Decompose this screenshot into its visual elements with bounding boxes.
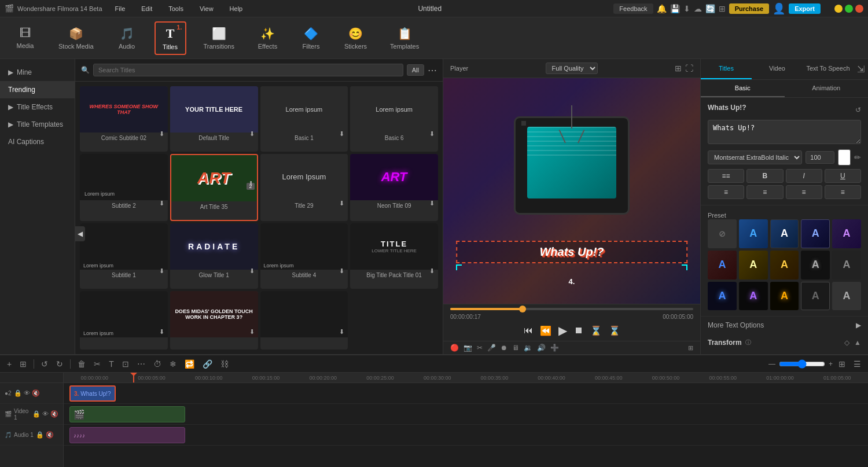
tl-add-track-btn[interactable]: + [5,358,14,370]
subtab-animation[interactable]: Animation [785,80,869,97]
tl-redo-btn[interactable]: ↻ [54,358,65,370]
title-card-art[interactable]: ART 2 ⬇ Art Title 35 [170,154,258,222]
tl-split-btn[interactable]: ✂ [91,358,103,370]
tool-effects[interactable]: ✨ Effects [252,23,284,53]
record2-icon[interactable]: ⏺ [501,344,507,352]
align-justify-btn[interactable]: ≡ [825,185,861,199]
tl-undo-btn[interactable]: ↺ [39,358,50,370]
title-card-neon[interactable]: ART ⬇ Neon Title 09 [350,154,438,222]
fullscreen-icon[interactable]: ⛶ [685,64,693,73]
preset-none[interactable]: ⊘ [708,219,737,248]
close-button[interactable] [855,5,863,13]
preset-11[interactable]: A [770,282,799,311]
transform-keyframe-icon[interactable]: ◇ [844,339,849,347]
title-clip[interactable]: 3. Whats Up!? [69,385,116,402]
preset-7[interactable]: A [801,251,830,280]
tl-eye2-icon[interactable]: 👁 [42,410,49,418]
collapse-panel-button[interactable]: ◀ [75,226,85,241]
menu-edit[interactable]: Edit [138,4,156,13]
sidebar-item-ai-captions[interactable]: AI Captions [0,133,75,150]
audio-clip[interactable]: ♪♪♪♪ [69,427,185,443]
zoom-minus-icon[interactable]: — [768,360,775,368]
cloud-icon[interactable]: ☁ [694,4,702,13]
tool-titles[interactable]: 1. T Titles [155,21,186,55]
more-text-options[interactable]: More Text Options ▶ [701,317,868,334]
cut-icon[interactable]: ✂ [477,344,483,352]
preset-9[interactable]: A [708,282,737,311]
update-icon[interactable]: 🔄 [705,4,715,13]
title-card-basic1[interactable]: Lorem ipsum ⬇ Basic 1 [260,86,348,152]
preset-4[interactable]: A [832,219,861,248]
align-left-btn[interactable]: ≡ [708,185,744,199]
title-card-subtitle2[interactable]: Lorem ipsum ⬇ Subtitle 2 [80,154,168,222]
panel-expand-icon[interactable]: ⇲ [854,59,868,79]
text-reset-icon[interactable]: ↺ [855,106,861,114]
minimize-button[interactable] [834,5,843,13]
text-input[interactable]: Whats Up!? [708,120,861,144]
tool-media[interactable]: 🎞 Media [9,23,41,53]
skip-back-button[interactable]: ⏮ [524,325,533,336]
tl-settings-btn[interactable]: ⊞ [836,358,848,370]
tl-mute3-icon[interactable]: 🔇 [46,431,54,439]
progress-bar[interactable] [450,308,693,310]
volume-up-icon[interactable]: 🔊 [537,344,546,352]
feedback-button[interactable]: Feedback [613,3,653,14]
menu-file[interactable]: File [112,4,129,13]
title-card-bigtitle[interactable]: TITLE LOWER TITLE HERE ⬇ Big Title Pack … [350,223,438,289]
tool-transitions[interactable]: ⬜ Transitions [198,23,240,53]
menu-tools[interactable]: Tools [165,4,187,13]
font-select[interactable]: Montserrat ExtraBold Italic [708,150,802,164]
play-button[interactable]: ▶ [558,323,567,337]
stop-button[interactable]: ⏹ [574,325,583,336]
transform-chevron[interactable]: ▲ [854,339,861,347]
sidebar-item-trending[interactable]: Trending [0,81,75,98]
search-input[interactable] [93,64,403,76]
sidebar-item-title-effects[interactable]: ▶ Title Effects [0,98,75,116]
tl-eye-icon[interactable]: 👁 [24,389,30,397]
zoom-plus-icon[interactable]: + [829,360,833,368]
skip-end-button[interactable]: ⌛ [609,325,620,336]
tl-playhead[interactable] [133,373,134,383]
filter-button[interactable]: All [407,64,424,76]
tl-text-btn[interactable]: T [106,358,116,370]
preset-13[interactable]: A [832,282,861,311]
tl-mute-icon[interactable]: 🔇 [32,389,40,397]
transform-section-header[interactable]: Transform ⓘ ◇ ▲ [701,334,868,351]
tl-lock3-icon[interactable]: 🔒 [36,431,44,439]
tl-scene-btn[interactable]: ⊞ [17,358,29,370]
align-center-btn[interactable]: ≡ [746,185,783,199]
title-card-misc3[interactable]: ⬇ [260,291,348,350]
tl-loop-btn[interactable]: 🔁 [182,358,197,370]
title-card-basic6[interactable]: Lorem ipsum ⬇ Basic 6 [350,86,438,152]
tl-lock-icon[interactable]: 🔒 [14,389,22,397]
tool-templates[interactable]: 📋 Templates [384,23,425,53]
voice-icon[interactable]: 🎤 [487,344,496,352]
grid2-icon[interactable]: ⊞ [688,344,693,352]
save-icon[interactable]: 💾 [670,4,680,13]
title-card-subtitle4[interactable]: Lorem ipsum ⬇ Subtitle 4 [260,223,348,289]
title-card-subtitle1[interactable]: Lorem ipsum ⬇ Subtitle 1 [80,223,168,289]
avatar-icon[interactable]: 👤 [773,2,785,15]
tab-tts[interactable]: Text To Speech [803,59,854,79]
title-card-title29[interactable]: Lorem Ipsum ⬇ Title 29 [260,154,348,222]
underline-btn[interactable]: U [825,169,861,183]
italic-btn[interactable]: I [786,169,822,183]
tl-delete-btn[interactable]: 🗑 [75,358,88,370]
preset-3[interactable]: A [801,219,830,248]
subtab-basic[interactable]: Basic [701,80,785,97]
tl-tracks[interactable]: 00:00:00:00 00:00:05:00 00:00:10:00 00:0… [64,373,868,467]
title-card-default[interactable]: YOUR TITLE HERE ⬇ Default Title [170,86,258,152]
tool-stock[interactable]: 📦 Stock Media [53,23,100,53]
preset-10[interactable]: A [739,282,768,311]
preset-8[interactable]: A [832,251,861,280]
tab-titles[interactable]: Titles [701,59,752,79]
preset-12[interactable]: A [801,282,830,311]
grid-view-icon[interactable]: ⊞ [675,64,682,73]
tl-zoom-slider[interactable] [779,359,825,369]
title-card-midas[interactable]: DOES MIDAS' GOLDEN TOUCH WORK IN CHAPTER… [170,291,258,350]
tl-freeze-btn[interactable]: ❄ [167,358,179,370]
edit-icon[interactable]: ✏ [854,153,861,162]
tool-stickers[interactable]: 😊 Stickers [339,23,373,53]
title-card-comic[interactable]: WHERES SOMEONE SHOW THAT ⬇ Comic Subtitl… [80,86,168,152]
step-back-button[interactable]: ⏪ [540,325,551,336]
